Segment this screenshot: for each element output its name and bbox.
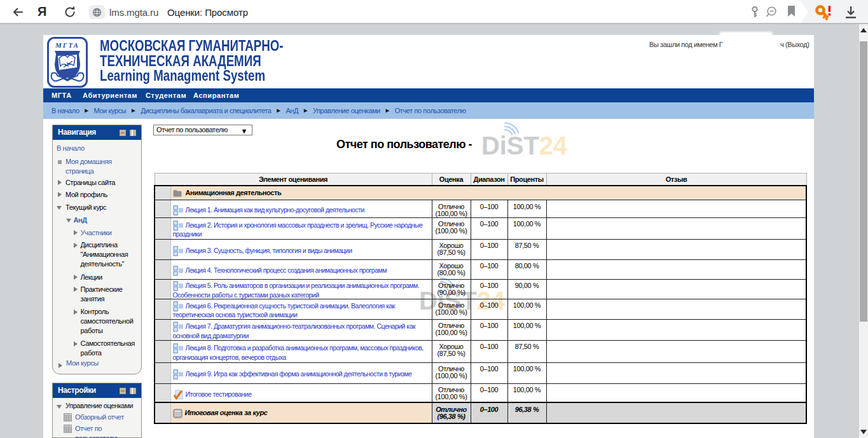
svg-text:МГТА: МГТА bbox=[55, 41, 79, 49]
